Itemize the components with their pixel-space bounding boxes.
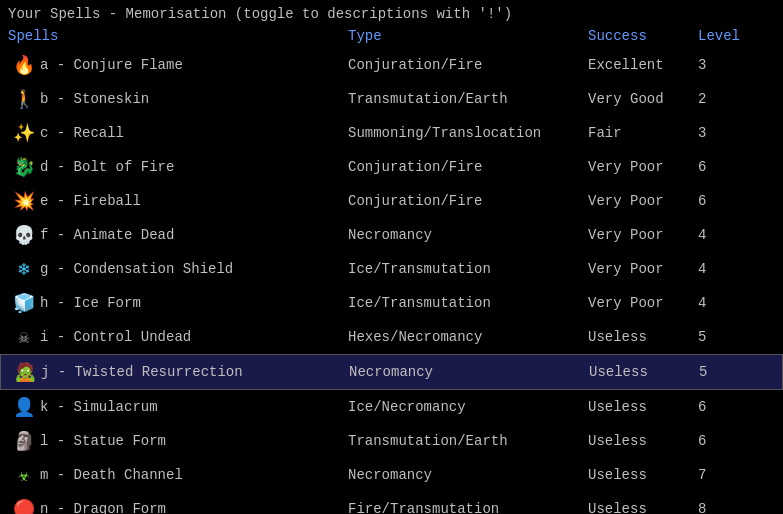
spell-success-g: Very Poor <box>588 261 698 277</box>
col-header-success: Success <box>588 28 698 44</box>
spell-type-n: Fire/Transmutation <box>348 501 588 514</box>
spell-type-h: Ice/Transmutation <box>348 295 588 311</box>
table-row[interactable]: ☣ m - Death Channel Necromancy Useless 7 <box>0 458 783 492</box>
table-row[interactable]: 💀 f - Animate Dead Necromancy Very Poor … <box>0 218 783 252</box>
spell-type-j: Necromancy <box>349 364 589 380</box>
spell-level-e: 6 <box>698 193 706 209</box>
spell-level-k: 6 <box>698 399 706 415</box>
table-row[interactable]: 🚶 b - Stoneskin Transmutation/Earth Very… <box>0 82 783 116</box>
spell-type-a: Conjuration/Fire <box>348 57 588 73</box>
spell-icon-c: ✨ <box>8 117 40 149</box>
spell-name-f: f - Animate Dead <box>40 227 348 243</box>
spell-type-c: Summoning/Translocation <box>348 125 588 141</box>
spell-name-d: d - Bolt of Fire <box>40 159 348 175</box>
spell-success-m: Useless <box>588 467 698 483</box>
spell-success-h: Very Poor <box>588 295 698 311</box>
spell-icon-f: 💀 <box>8 219 40 251</box>
spell-type-d: Conjuration/Fire <box>348 159 588 175</box>
spell-success-j: Useless <box>589 364 699 380</box>
spell-list: 🔥 a - Conjure Flame Conjuration/Fire Exc… <box>0 48 783 514</box>
spell-icon-b: 🚶 <box>8 83 40 115</box>
table-row[interactable]: 🔴 n - Dragon Form Fire/Transmutation Use… <box>0 492 783 514</box>
col-header-type: Type <box>348 28 588 44</box>
spell-level-a: 3 <box>698 57 706 73</box>
spell-icon-j: 🧟 <box>9 356 41 388</box>
column-headers: Spells Type Success Level <box>0 26 783 46</box>
spell-icon-m: ☣ <box>8 459 40 491</box>
spell-success-a: Excellent <box>588 57 698 73</box>
spell-icon-l: 🗿 <box>8 425 40 457</box>
spell-type-e: Conjuration/Fire <box>348 193 588 209</box>
spell-level-j: 5 <box>699 364 707 380</box>
spell-name-m: m - Death Channel <box>40 467 348 483</box>
spell-name-k: k - Simulacrum <box>40 399 348 415</box>
spell-level-h: 4 <box>698 295 706 311</box>
memorisation-screen: Your Spells - Memorisation (toggle to de… <box>0 0 783 514</box>
spell-name-i: i - Control Undead <box>40 329 348 345</box>
spell-success-n: Useless <box>588 501 698 514</box>
spell-name-l: l - Statue Form <box>40 433 348 449</box>
table-row[interactable]: 🗿 l - Statue Form Transmutation/Earth Us… <box>0 424 783 458</box>
spell-success-f: Very Poor <box>588 227 698 243</box>
spell-icon-n: 🔴 <box>8 493 40 514</box>
spell-name-h: h - Ice Form <box>40 295 348 311</box>
table-row[interactable]: 🐉 d - Bolt of Fire Conjuration/Fire Very… <box>0 150 783 184</box>
spell-name-n: n - Dragon Form <box>40 501 348 514</box>
spell-name-j: j - Twisted Resurrection <box>41 364 349 380</box>
spell-level-i: 5 <box>698 329 706 345</box>
table-row[interactable]: 👤 k - Simulacrum Ice/Necromancy Useless … <box>0 390 783 424</box>
spell-success-l: Useless <box>588 433 698 449</box>
spell-type-l: Transmutation/Earth <box>348 433 588 449</box>
spell-icon-i: ☠ <box>8 321 40 353</box>
spell-level-d: 6 <box>698 159 706 175</box>
header: Your Spells - Memorisation (toggle to de… <box>0 0 783 26</box>
spell-type-b: Transmutation/Earth <box>348 91 588 107</box>
table-row[interactable]: ❄ g - Condensation Shield Ice/Transmutat… <box>0 252 783 286</box>
spell-level-l: 6 <box>698 433 706 449</box>
col-header-spells: Spells <box>8 28 348 44</box>
spell-level-c: 3 <box>698 125 706 141</box>
spell-type-g: Ice/Transmutation <box>348 261 588 277</box>
spell-name-e: e - Fireball <box>40 193 348 209</box>
spell-name-a: a - Conjure Flame <box>40 57 348 73</box>
table-row[interactable]: 🔥 a - Conjure Flame Conjuration/Fire Exc… <box>0 48 783 82</box>
spell-type-i: Hexes/Necromancy <box>348 329 588 345</box>
spell-success-d: Very Poor <box>588 159 698 175</box>
spell-icon-g: ❄ <box>8 253 40 285</box>
spell-success-i: Useless <box>588 329 698 345</box>
spell-success-c: Fair <box>588 125 698 141</box>
table-row[interactable]: 💥 e - Fireball Conjuration/Fire Very Poo… <box>0 184 783 218</box>
spell-success-b: Very Good <box>588 91 698 107</box>
table-row[interactable]: ☠ i - Control Undead Hexes/Necromancy Us… <box>0 320 783 354</box>
spell-icon-h: 🧊 <box>8 287 40 319</box>
table-row[interactable]: ✨ c - Recall Summoning/Translocation Fai… <box>0 116 783 150</box>
spell-type-f: Necromancy <box>348 227 588 243</box>
spell-level-m: 7 <box>698 467 706 483</box>
table-row[interactable]: 🧟 j - Twisted Resurrection Necromancy Us… <box>0 354 783 390</box>
spell-level-f: 4 <box>698 227 706 243</box>
col-header-level: Level <box>698 28 740 44</box>
spell-success-k: Useless <box>588 399 698 415</box>
spell-name-c: c - Recall <box>40 125 348 141</box>
spell-icon-a: 🔥 <box>8 49 40 81</box>
table-row[interactable]: 🧊 h - Ice Form Ice/Transmutation Very Po… <box>0 286 783 320</box>
spell-icon-k: 👤 <box>8 391 40 423</box>
spell-name-g: g - Condensation Shield <box>40 261 348 277</box>
spell-level-g: 4 <box>698 261 706 277</box>
spell-type-k: Ice/Necromancy <box>348 399 588 415</box>
spell-name-b: b - Stoneskin <box>40 91 348 107</box>
spell-level-b: 2 <box>698 91 706 107</box>
spell-success-e: Very Poor <box>588 193 698 209</box>
spell-icon-d: 🐉 <box>8 151 40 183</box>
spell-icon-e: 💥 <box>8 185 40 217</box>
header-text: Your Spells - Memorisation (toggle to de… <box>8 6 512 22</box>
spell-level-n: 8 <box>698 501 706 514</box>
spell-type-m: Necromancy <box>348 467 588 483</box>
